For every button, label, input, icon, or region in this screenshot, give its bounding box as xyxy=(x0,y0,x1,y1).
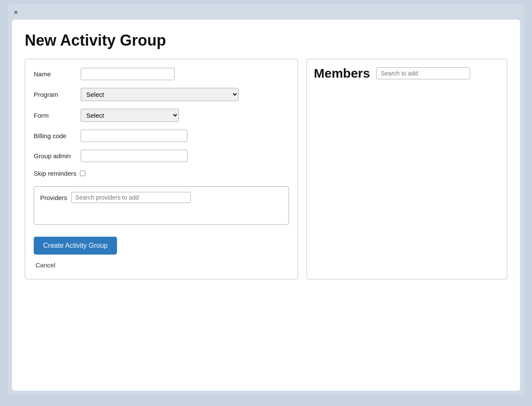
create-activity-group-button[interactable]: Create Activity Group xyxy=(34,237,117,255)
form-row: Form Select xyxy=(34,109,289,122)
members-header: Members xyxy=(314,66,500,81)
skip-reminders-label: Skip reminders xyxy=(34,170,76,177)
providers-header: Providers xyxy=(40,192,283,203)
modal-wrapper: × New Activity Group Name Program Select xyxy=(8,4,524,395)
members-search-input[interactable] xyxy=(376,67,470,79)
billing-code-row: Billing code xyxy=(34,130,289,142)
providers-label: Providers xyxy=(40,194,67,201)
billing-code-input[interactable] xyxy=(81,130,187,142)
cancel-link[interactable]: Cancel xyxy=(35,261,289,269)
modal-body: Name Program Select Form Select xyxy=(25,59,507,279)
program-label: Program xyxy=(34,91,81,98)
providers-box: Providers xyxy=(34,186,289,225)
group-admin-input[interactable] xyxy=(81,150,187,162)
buttons-section: Create Activity Group Cancel xyxy=(34,237,289,269)
group-admin-row: Group admin xyxy=(34,150,289,162)
skip-reminders-checkbox[interactable] xyxy=(80,171,85,176)
program-row: Program Select xyxy=(34,88,289,101)
name-label: Name xyxy=(34,70,81,78)
close-button[interactable]: × xyxy=(14,9,18,16)
modal-title: New Activity Group xyxy=(25,32,507,49)
left-panel: Name Program Select Form Select xyxy=(25,59,298,279)
form-select[interactable]: Select xyxy=(81,109,179,122)
providers-search-input[interactable] xyxy=(71,192,191,203)
form-label: Form xyxy=(34,112,81,119)
name-input[interactable] xyxy=(81,68,175,80)
name-row: Name xyxy=(34,68,289,80)
group-admin-label: Group admin xyxy=(34,152,81,160)
right-panel: Members xyxy=(307,59,507,279)
program-select[interactable]: Select xyxy=(81,88,239,101)
billing-code-label: Billing code xyxy=(34,132,81,139)
skip-reminders-row: Skip reminders xyxy=(34,170,289,177)
modal-content: New Activity Group Name Program Select xyxy=(12,20,520,391)
members-title: Members xyxy=(314,66,370,81)
